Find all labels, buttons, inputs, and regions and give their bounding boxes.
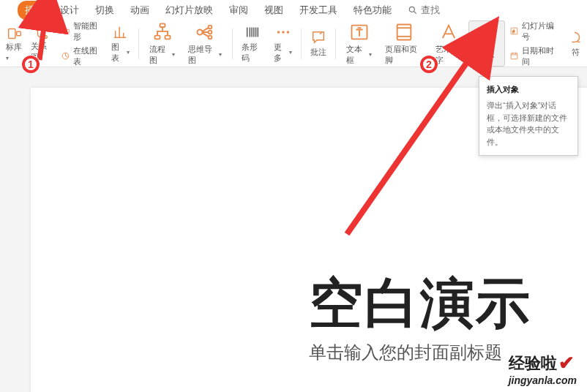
svg-point-16 [209, 35, 212, 39]
svg-point-14 [209, 25, 212, 29]
ribbon-comment[interactable]: 批注 [306, 20, 331, 67]
svg-rect-2 [9, 29, 15, 39]
svg-point-7 [61, 29, 64, 32]
svg-line-1 [414, 11, 416, 13]
tab-animation[interactable]: 动画 [123, 1, 157, 20]
smart-shape-icon [61, 26, 70, 37]
comment-icon [310, 29, 326, 45]
svg-text:#: # [513, 29, 515, 34]
tab-design[interactable]: 设计 [53, 1, 86, 20]
textbox-icon [349, 22, 370, 42]
ribbon-more[interactable]: 更多▾ [269, 20, 296, 67]
svg-point-5 [45, 27, 48, 30]
svg-point-13 [197, 29, 202, 34]
slide-number-icon: # [509, 26, 519, 37]
svg-point-0 [409, 7, 414, 12]
svg-point-15 [209, 30, 212, 34]
ribbon-insert: 标库▾ 关系图 智能图形 在线图表 图表▾ 流程图▾ 思维导图▾ 条形码 更多▾ [0, 20, 587, 67]
svg-point-4 [37, 27, 40, 30]
tab-special[interactable]: 特色功能 [346, 1, 399, 20]
tab-view[interactable]: 视图 [257, 1, 291, 20]
ribbon-textbox[interactable]: 文本框▾ [340, 20, 378, 67]
search-icon [408, 5, 418, 15]
tooltip-body: 弹出“插入对象”对话框，可选择新建的文件或本地文件夹中的文件。 [487, 99, 570, 148]
wordart-icon [438, 22, 459, 42]
tab-review[interactable]: 审阅 [222, 1, 255, 20]
slide-title[interactable]: 空白演示 [309, 268, 531, 341]
ribbon-object[interactable]: 对象 [468, 20, 505, 67]
tab-slideshow[interactable]: 幻灯片放映 [158, 1, 220, 20]
tooltip-insert-object: 插入对象 弹出“插入对象”对话框，可选择新建的文件或本地文件夹中的文件。 [479, 76, 578, 156]
ribbon-partial-left: 标库▾ [3, 26, 26, 61]
svg-rect-12 [165, 35, 170, 39]
svg-point-6 [45, 35, 48, 38]
symbol-icon [568, 29, 584, 45]
svg-rect-11 [154, 35, 160, 39]
svg-point-17 [277, 31, 280, 34]
ribbon-online-chart[interactable]: 在线图表 [61, 45, 102, 67]
ribbon-slide-number[interactable]: # 幻灯片编号 [509, 20, 559, 42]
ribbon-header-footer[interactable]: 页眉和页脚 [379, 20, 428, 67]
svg-rect-3 [17, 31, 21, 36]
header-footer-icon [394, 22, 414, 42]
ribbon-flowchart[interactable]: 流程图▾ [143, 20, 181, 67]
svg-rect-28 [512, 53, 518, 59]
tab-insert[interactable]: 插入 [18, 1, 51, 20]
slide-subtitle[interactable]: 单击输入您的封面副标题 [309, 341, 502, 364]
ribbon-datetime[interactable]: 日期和时间 [509, 45, 559, 67]
more-icon [275, 24, 291, 40]
tab-search[interactable]: 查找 [400, 1, 447, 20]
object-icon [476, 27, 497, 48]
svg-point-18 [282, 31, 285, 34]
tab-search-label: 查找 [421, 4, 440, 17]
mindmap-icon [195, 22, 215, 42]
ribbon-barcode[interactable]: 条形码 [237, 20, 269, 67]
tooltip-title: 插入对象 [487, 84, 570, 95]
barcode-icon [244, 24, 261, 40]
ribbon-relation[interactable]: 关系图 [28, 25, 56, 63]
ribbon-wordart[interactable]: 艺术字▾ [430, 20, 467, 67]
ribbon-symbol-partial[interactable]: 符 [564, 20, 584, 67]
svg-rect-10 [160, 23, 165, 27]
online-chart-icon [61, 51, 70, 61]
datetime-icon [509, 51, 519, 61]
ribbon-mindmap[interactable]: 思维导图▾ [182, 20, 227, 67]
svg-rect-8 [66, 29, 69, 32]
svg-point-19 [286, 31, 289, 34]
ribbon-chart[interactable]: 图表▾ [107, 20, 134, 67]
chart-icon [113, 24, 129, 40]
tab-devtools[interactable]: 开发工具 [292, 1, 345, 20]
tab-bar: 插入 设计 切换 动画 幻灯片放映 审阅 视图 开发工具 特色功能 查找 [0, 0, 587, 20]
svg-rect-24 [479, 32, 490, 42]
flowchart-icon [152, 22, 173, 42]
svg-rect-21 [397, 24, 411, 39]
ribbon-smart-shape[interactable]: 智能图形 [61, 20, 102, 42]
tab-transition[interactable]: 切换 [88, 1, 121, 20]
